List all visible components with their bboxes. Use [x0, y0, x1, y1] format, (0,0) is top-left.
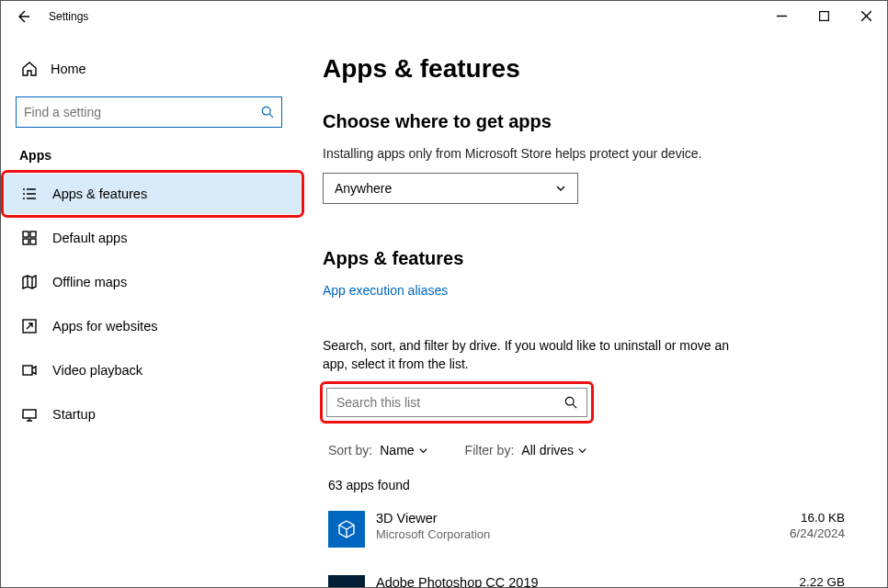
svg-rect-5	[30, 239, 36, 244]
close-button[interactable]	[845, 1, 887, 30]
app-icon-photoshop: Ps	[328, 575, 365, 587]
window-title: Settings	[49, 10, 88, 23]
choose-apps-dropdown[interactable]: Anywhere	[323, 173, 578, 204]
sidebar: Home Apps Apps & features Default apps O…	[1, 32, 295, 587]
filter-hint: Search, sort, and filter by drive. If yo…	[323, 336, 746, 374]
main-content: Apps & features Choose where to get apps…	[295, 32, 887, 587]
list-icon	[21, 186, 38, 202]
chevron-down-icon	[577, 446, 587, 456]
choose-apps-hint: Installing apps only from Microsoft Stor…	[323, 145, 850, 164]
nav-label: Apps & features	[52, 187, 147, 201]
nav-default-apps[interactable]: Default apps	[16, 218, 280, 258]
startup-icon	[21, 406, 38, 423]
apps-count: 63 apps found	[323, 478, 850, 492]
minimize-button[interactable]	[760, 1, 803, 30]
app-name: Adobe Photoshop CC 2019	[376, 575, 790, 587]
chevron-down-icon	[418, 446, 428, 456]
svg-rect-8	[23, 410, 36, 418]
app-icon-3dviewer	[328, 511, 365, 548]
sidebar-section-head: Apps	[16, 148, 280, 163]
video-icon	[21, 362, 38, 379]
search-list-box[interactable]	[326, 388, 587, 417]
grid-icon	[21, 230, 38, 246]
dropdown-value: Anywhere	[335, 181, 392, 196]
app-row[interactable]: Ps Adobe Photoshop CC 2019 2.22 GB 4/16/…	[323, 570, 850, 587]
nav-home[interactable]: Home	[16, 51, 280, 87]
title-bar: Settings	[1, 1, 887, 32]
app-size: 2.22 GB	[790, 575, 845, 587]
back-button[interactable]	[1, 1, 45, 32]
app-row[interactable]: 3D Viewer Microsoft Corporation 16.0 KB …	[323, 505, 850, 553]
svg-point-1	[262, 107, 270, 115]
search-list-input[interactable]	[336, 395, 564, 410]
search-list-highlight	[323, 384, 591, 421]
nav-startup[interactable]: Startup	[16, 394, 280, 435]
svg-rect-2	[23, 232, 28, 237]
find-setting-input[interactable]	[24, 105, 261, 119]
search-icon	[261, 106, 274, 119]
nav-home-label: Home	[51, 62, 86, 76]
window-controls	[760, 1, 887, 32]
svg-rect-7	[23, 366, 32, 375]
svg-point-9	[565, 398, 574, 406]
nav-label: Apps for websites	[52, 319, 157, 334]
nav-offline-maps[interactable]: Offline maps	[16, 262, 280, 302]
apps-features-head: Apps & features	[323, 248, 850, 269]
nav-apps-features[interactable]: Apps & features	[5, 174, 301, 214]
choose-apps-head: Choose where to get apps	[323, 111, 850, 132]
app-publisher: Microsoft Corporation	[376, 527, 790, 541]
nav-video-playback[interactable]: Video playback	[16, 350, 280, 390]
nav-apps-websites[interactable]: Apps for websites	[16, 306, 280, 346]
filter-by[interactable]: Filter by: All drives	[465, 443, 587, 458]
svg-rect-4	[23, 239, 28, 244]
app-size: 16.0 KB	[790, 511, 845, 525]
nav-label: Default apps	[52, 231, 127, 245]
sort-filter-row: Sort by: Name Filter by: All drives	[323, 443, 850, 458]
nav-label: Startup	[52, 407, 96, 422]
page-title: Apps & features	[323, 54, 850, 84]
chevron-down-icon	[555, 183, 566, 194]
nav-label: Video playback	[52, 363, 142, 378]
find-setting-box[interactable]	[16, 96, 282, 128]
nav-label: Offline maps	[52, 275, 127, 289]
map-icon	[21, 274, 38, 290]
maximize-button[interactable]	[803, 1, 845, 30]
open-icon	[21, 318, 38, 334]
search-icon	[564, 396, 577, 409]
svg-rect-3	[30, 232, 36, 237]
sort-by[interactable]: Sort by: Name	[328, 443, 428, 458]
app-aliases-link[interactable]: App execution aliases	[323, 283, 448, 298]
app-name: 3D Viewer	[376, 511, 790, 526]
app-date: 6/24/2024	[790, 526, 845, 540]
svg-rect-0	[819, 11, 828, 20]
